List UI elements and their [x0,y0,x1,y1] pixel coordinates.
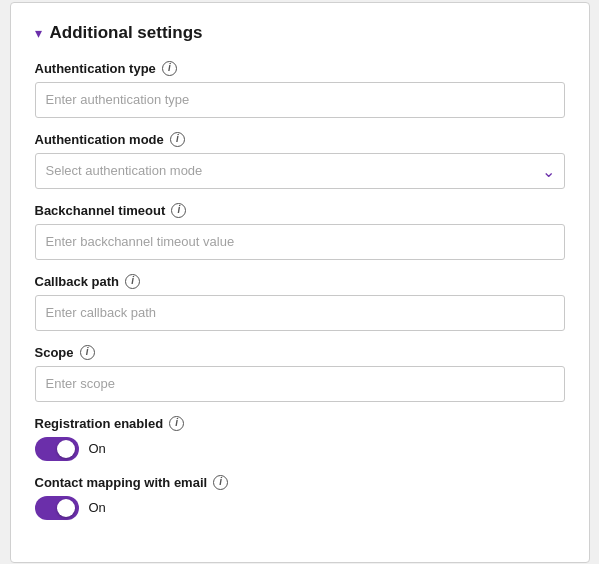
registration-enabled-label: Registration enabled [35,416,164,431]
contact-mapping-toggle-track [35,496,79,520]
callback-path-label-row: Callback path i [35,274,565,289]
additional-settings-card: ▾ Additional settings Authentication typ… [10,2,590,563]
registration-enabled-toggle[interactable] [35,437,79,461]
callback-path-input[interactable] [35,295,565,331]
backchannel-timeout-label: Backchannel timeout [35,203,166,218]
auth-mode-label-row: Authentication mode i [35,132,565,147]
auth-type-info-icon[interactable]: i [162,61,177,76]
auth-mode-label: Authentication mode [35,132,164,147]
contact-mapping-toggle-row: On [35,496,565,520]
backchannel-timeout-label-row: Backchannel timeout i [35,203,565,218]
auth-type-group: Authentication type i [35,61,565,118]
registration-enabled-on-label: On [89,441,106,456]
contact-mapping-group: Contact mapping with email i On [35,475,565,520]
auth-mode-select[interactable]: Select authentication mode [35,153,565,189]
backchannel-timeout-info-icon[interactable]: i [171,203,186,218]
registration-enabled-toggle-thumb [57,440,75,458]
callback-path-group: Callback path i [35,274,565,331]
contact-mapping-label: Contact mapping with email [35,475,208,490]
registration-enabled-group: Registration enabled i On [35,416,565,461]
auth-mode-group: Authentication mode i Select authenticat… [35,132,565,189]
registration-enabled-toggle-track [35,437,79,461]
section-title: Additional settings [50,23,203,43]
callback-path-info-icon[interactable]: i [125,274,140,289]
collapse-icon[interactable]: ▾ [35,25,42,41]
scope-label-row: Scope i [35,345,565,360]
registration-enabled-label-row: Registration enabled i [35,416,565,431]
scope-label: Scope [35,345,74,360]
contact-mapping-info-icon[interactable]: i [213,475,228,490]
scope-info-icon[interactable]: i [80,345,95,360]
callback-path-label: Callback path [35,274,120,289]
contact-mapping-label-row: Contact mapping with email i [35,475,565,490]
auth-mode-select-wrapper: Select authentication mode ⌄ [35,153,565,189]
contact-mapping-toggle-thumb [57,499,75,517]
backchannel-timeout-group: Backchannel timeout i [35,203,565,260]
auth-type-input[interactable] [35,82,565,118]
scope-input[interactable] [35,366,565,402]
backchannel-timeout-input[interactable] [35,224,565,260]
registration-enabled-info-icon[interactable]: i [169,416,184,431]
auth-type-label: Authentication type [35,61,156,76]
contact-mapping-toggle[interactable] [35,496,79,520]
section-header: ▾ Additional settings [35,23,565,43]
contact-mapping-on-label: On [89,500,106,515]
registration-enabled-toggle-row: On [35,437,565,461]
auth-mode-info-icon[interactable]: i [170,132,185,147]
auth-type-label-row: Authentication type i [35,61,565,76]
scope-group: Scope i [35,345,565,402]
